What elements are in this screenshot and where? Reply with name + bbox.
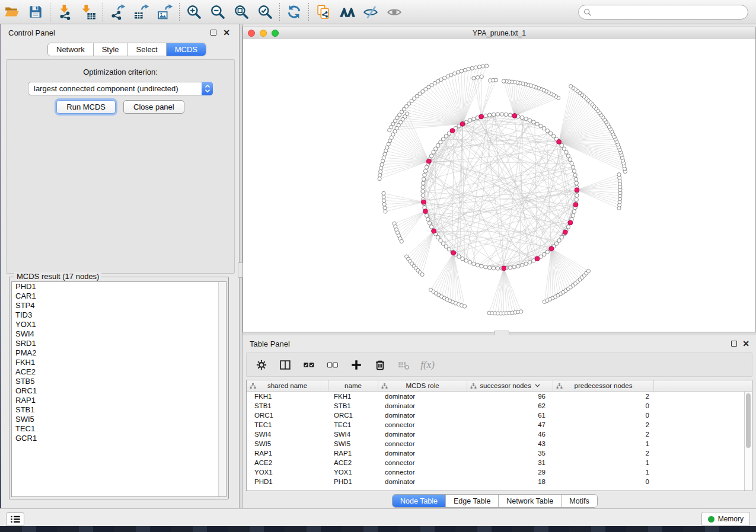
mcds-result-item[interactable]: PHD1 xyxy=(12,282,226,291)
memory-status-button[interactable]: Memory xyxy=(701,512,750,526)
table-row[interactable]: RAP1RAP1dominator352 xyxy=(247,448,752,458)
cell-mcds_role[interactable]: dominator xyxy=(378,393,467,400)
tab-network-table[interactable]: Network Table xyxy=(499,495,562,507)
task-history-icon[interactable] xyxy=(6,512,24,526)
cell-name[interactable]: STB1 xyxy=(328,402,378,409)
cell-predecessor_nodes[interactable]: 2 xyxy=(553,421,654,428)
table-row[interactable]: PHD1PHD1dominator180 xyxy=(247,477,752,486)
import-table-icon[interactable] xyxy=(76,1,100,23)
cell-shared_name[interactable]: FKH1 xyxy=(247,393,328,400)
cell-name[interactable]: RAP1 xyxy=(328,450,378,457)
table-row[interactable]: ORC1ORC1dominator610 xyxy=(247,411,752,420)
import-network-icon[interactable] xyxy=(53,1,76,23)
column-header-name[interactable]: name xyxy=(328,380,378,391)
cell-shared_name[interactable]: YOX1 xyxy=(247,469,328,476)
cell-predecessor_nodes[interactable]: 2 xyxy=(553,431,654,438)
export-network-icon[interactable] xyxy=(106,1,129,23)
delete-table-icon[interactable] xyxy=(394,355,414,375)
zoom-in-icon[interactable] xyxy=(182,1,206,23)
cell-predecessor_nodes[interactable]: 2 xyxy=(553,450,654,457)
cell-name[interactable]: SWI5 xyxy=(328,440,378,447)
mcds-result-item[interactable]: RAP1 xyxy=(12,396,226,405)
cell-name[interactable]: YOX1 xyxy=(328,469,378,476)
refresh-icon[interactable] xyxy=(282,1,306,23)
mcds-result-item[interactable]: SRD1 xyxy=(12,339,226,348)
cell-name[interactable]: SWI4 xyxy=(328,431,378,438)
mcds-result-item[interactable]: ACE2 xyxy=(12,367,226,377)
cell-successor_nodes[interactable]: 35 xyxy=(467,450,553,457)
cell-predecessor_nodes[interactable]: 0 xyxy=(553,478,654,485)
cell-successor_nodes[interactable]: 96 xyxy=(467,393,553,400)
cell-shared_name[interactable]: SWI5 xyxy=(247,440,328,447)
settings-gear-icon[interactable] xyxy=(251,355,272,375)
cell-mcds_role[interactable]: dominator xyxy=(378,402,467,409)
cell-successor_nodes[interactable]: 18 xyxy=(467,478,553,485)
cell-mcds_role[interactable]: dominator xyxy=(378,478,467,485)
mcds-result-item[interactable]: ORC1 xyxy=(12,386,226,396)
zoom-selected-icon[interactable] xyxy=(253,1,277,23)
function-builder-icon[interactable]: f(x) xyxy=(417,355,438,375)
clone-network-icon[interactable] xyxy=(311,1,335,23)
mcds-list-scrollbar[interactable] xyxy=(218,282,226,496)
cell-successor_nodes[interactable]: 61 xyxy=(467,412,553,419)
cell-predecessor_nodes[interactable]: 1 xyxy=(553,440,654,447)
mcds-result-item[interactable]: SWI5 xyxy=(12,415,226,424)
show-columns-icon[interactable] xyxy=(275,355,295,375)
mcds-result-item[interactable]: STB5 xyxy=(12,377,226,386)
zoom-fit-icon[interactable] xyxy=(229,1,253,23)
cell-name[interactable]: ACE2 xyxy=(328,459,378,466)
cell-name[interactable]: FKH1 xyxy=(328,393,378,400)
mcds-result-item[interactable]: YOX1 xyxy=(12,320,226,329)
mcds-result-item[interactable]: CAR1 xyxy=(12,291,226,301)
cell-name[interactable]: TEC1 xyxy=(328,421,378,428)
select-all-rows-icon[interactable] xyxy=(299,355,319,375)
search-input[interactable] xyxy=(592,7,748,18)
table-row[interactable]: YOX1YOX1connector291 xyxy=(247,467,752,477)
cell-mcds_role[interactable]: dominator xyxy=(378,431,467,438)
tab-edge-table[interactable]: Edge Table xyxy=(446,495,499,507)
optimization-criterion-select[interactable]: largest connected component (undirected) xyxy=(28,82,213,95)
mcds-result-item[interactable]: TEC1 xyxy=(12,424,226,434)
cell-predecessor_nodes[interactable]: 2 xyxy=(553,393,654,400)
mcds-result-item[interactable]: STB1 xyxy=(12,405,226,415)
cell-successor_nodes[interactable]: 29 xyxy=(467,469,553,476)
mcds-result-item[interactable]: SWI4 xyxy=(12,329,226,339)
cell-shared_name[interactable]: SWI4 xyxy=(247,431,328,438)
tab-style[interactable]: Style xyxy=(94,43,128,56)
mcds-result-item[interactable]: STP4 xyxy=(12,301,226,310)
delete-column-icon[interactable] xyxy=(370,355,390,375)
table-row[interactable]: FKH1FKH1dominator962 xyxy=(247,392,752,401)
table-row[interactable]: ACE2ACE2connector311 xyxy=(247,458,752,467)
column-header-predecessor_nodes[interactable]: predecessor nodes xyxy=(553,380,654,391)
close-panel-icon[interactable]: ✕ xyxy=(222,28,231,37)
add-column-icon[interactable] xyxy=(346,355,366,375)
open-file-icon[interactable] xyxy=(0,1,24,23)
cell-shared_name[interactable]: STB1 xyxy=(247,402,328,409)
float-table-panel-icon[interactable] xyxy=(730,339,738,348)
cell-shared_name[interactable]: TEC1 xyxy=(247,421,328,428)
cell-predecessor_nodes[interactable]: 1 xyxy=(553,469,654,476)
export-image-icon[interactable] xyxy=(153,1,177,23)
cell-mcds_role[interactable]: connector xyxy=(378,469,467,476)
cell-mcds_role[interactable]: connector xyxy=(378,459,467,466)
export-table-icon[interactable] xyxy=(129,1,153,23)
cell-predecessor_nodes[interactable]: 1 xyxy=(553,459,654,466)
cell-successor_nodes[interactable]: 43 xyxy=(467,440,553,447)
network-canvas[interactable] xyxy=(243,39,755,332)
tab-select[interactable]: Select xyxy=(128,43,167,56)
table-row[interactable]: SWI4SWI4dominator462 xyxy=(247,430,752,439)
mcds-result-item[interactable]: GCR1 xyxy=(12,434,226,443)
column-header-successor_nodes[interactable]: successor nodes xyxy=(467,380,553,391)
deselect-all-rows-icon[interactable] xyxy=(323,355,343,375)
column-header-mcds_role[interactable]: MCDS role xyxy=(378,380,467,391)
tab-network[interactable]: Network xyxy=(48,43,94,56)
cell-mcds_role[interactable]: dominator xyxy=(378,412,467,419)
cell-successor_nodes[interactable]: 31 xyxy=(467,459,553,466)
cell-shared_name[interactable]: ORC1 xyxy=(247,412,328,419)
hide-selected-icon[interactable] xyxy=(359,1,382,23)
close-table-panel-icon[interactable]: ✕ xyxy=(742,339,750,348)
run-mcds-button[interactable]: Run MCDS xyxy=(56,100,116,114)
mcds-result-item[interactable]: PMA2 xyxy=(12,348,226,358)
mcds-result-item[interactable]: FKH1 xyxy=(12,358,226,367)
table-row[interactable]: TEC1TEC1connector472 xyxy=(247,420,752,430)
